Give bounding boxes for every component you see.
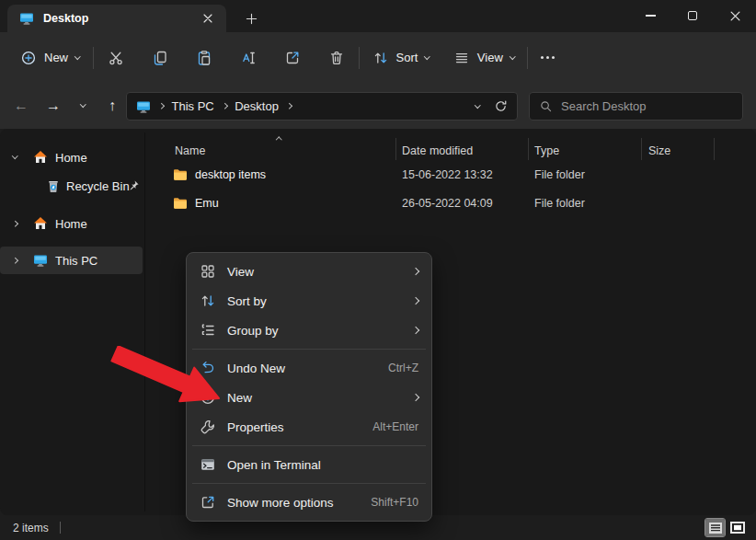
menu-item-view[interactable]: View xyxy=(187,257,431,286)
refresh-button[interactable] xyxy=(494,99,508,113)
delete-button[interactable] xyxy=(318,42,355,74)
back-button[interactable]: ← xyxy=(7,92,35,120)
maximize-button[interactable] xyxy=(671,0,714,31)
item-count: 2 items xyxy=(13,522,49,534)
trash-icon xyxy=(328,50,345,66)
status-divider xyxy=(60,522,61,534)
wrench-icon xyxy=(200,419,216,435)
file-row-emu[interactable]: Emu 26-05-2022 04:09 File folder xyxy=(143,190,756,218)
close-icon xyxy=(730,11,740,21)
home-icon xyxy=(33,216,48,231)
menu-separator xyxy=(192,483,426,484)
column-header-size[interactable]: Size xyxy=(648,144,670,157)
sidebar-item-home[interactable]: Home xyxy=(0,144,143,171)
tab-close-icon[interactable] xyxy=(197,8,219,29)
chevron-down-icon xyxy=(12,153,17,158)
sidebar-item-home-2[interactable]: Home xyxy=(0,210,143,237)
search-box[interactable] xyxy=(529,92,743,121)
red-annotation-arrow xyxy=(110,346,225,406)
search-icon xyxy=(539,99,553,113)
sort-button[interactable]: Sort xyxy=(363,42,439,74)
sort-ascending-icon xyxy=(276,137,281,143)
pin-icon xyxy=(127,179,140,192)
menu-item-label: Show more options xyxy=(227,496,371,510)
new-button[interactable]: New xyxy=(11,42,89,74)
submenu-chevron-icon xyxy=(413,269,418,274)
cut-button[interactable] xyxy=(97,42,134,74)
new-button-label: New xyxy=(44,51,68,64)
folder-icon xyxy=(173,167,188,186)
toolbar-divider xyxy=(93,47,94,69)
breadcrumb-this-pc[interactable]: This PC xyxy=(168,98,218,115)
file-date-modified: 15-06-2022 13:32 xyxy=(402,168,493,181)
desktop-monitor-icon xyxy=(19,11,34,26)
details-view-button[interactable] xyxy=(705,519,725,536)
sort-button-label: Sort xyxy=(396,51,418,64)
chevron-right-icon xyxy=(158,103,164,109)
paste-button[interactable] xyxy=(186,42,223,74)
menu-item-label: New xyxy=(227,391,413,405)
share-icon xyxy=(284,50,301,66)
titlebar: Desktop xyxy=(0,0,756,32)
menu-item-label: Properties xyxy=(227,420,372,434)
menu-item-open-in-terminal[interactable]: Open in Terminal xyxy=(187,450,431,479)
column-divider[interactable] xyxy=(528,138,529,160)
sidebar-item-label: This PC xyxy=(55,254,97,268)
menu-item-show-more-options[interactable]: Show more options Shift+F10 xyxy=(187,488,431,517)
recycle-bin-icon xyxy=(46,178,61,193)
rename-button[interactable] xyxy=(230,42,267,74)
copy-button[interactable] xyxy=(142,42,178,74)
tab-desktop[interactable]: Desktop xyxy=(7,5,226,32)
breadcrumb-desktop[interactable]: Desktop xyxy=(231,98,282,115)
sidebar-item-recycle-bin[interactable]: Recycle Bin xyxy=(0,172,143,200)
recent-locations-button[interactable] xyxy=(69,92,97,120)
chevron-down-icon xyxy=(74,53,80,59)
close-button[interactable] xyxy=(714,0,756,31)
see-more-button[interactable] xyxy=(532,42,563,74)
sidebar-item-this-pc[interactable]: This PC xyxy=(0,247,143,274)
menu-item-properties[interactable]: Properties Alt+Enter xyxy=(187,412,431,442)
column-header-date-modified[interactable]: Date modified xyxy=(402,144,473,157)
chevron-down-icon xyxy=(510,53,515,59)
file-explorer-window: Desktop New xyxy=(0,0,756,540)
up-button[interactable]: ↑ xyxy=(98,92,126,120)
show-more-options-icon xyxy=(200,494,216,511)
new-tab-button[interactable] xyxy=(239,7,263,29)
breadcrumb[interactable]: This PC Desktop xyxy=(126,92,518,121)
tab-title: Desktop xyxy=(43,12,197,25)
chevron-right-icon xyxy=(12,221,17,226)
details-view-icon xyxy=(709,523,722,534)
this-pc-monitor-icon xyxy=(33,253,48,268)
column-headers: Name Date modified Type Size xyxy=(143,136,756,158)
column-divider[interactable] xyxy=(395,138,396,160)
grid-view-icon xyxy=(200,263,216,280)
cut-icon xyxy=(108,50,124,66)
forward-arrow-icon: → xyxy=(46,98,61,114)
column-divider[interactable] xyxy=(641,138,642,160)
column-header-type[interactable]: Type xyxy=(534,144,559,157)
sort-icon xyxy=(372,50,389,66)
minimize-button[interactable] xyxy=(629,0,671,31)
forward-button[interactable]: → xyxy=(40,92,67,120)
column-divider[interactable] xyxy=(714,138,715,160)
chevron-right-icon xyxy=(222,103,227,109)
view-button[interactable]: View xyxy=(444,42,523,74)
search-input[interactable] xyxy=(561,99,727,113)
desktop-monitor-icon xyxy=(136,99,151,114)
menu-item-label: Undo New xyxy=(227,362,388,375)
chevron-right-icon xyxy=(12,258,17,263)
rename-icon xyxy=(240,50,257,66)
share-button[interactable] xyxy=(274,42,311,74)
address-dropdown-icon[interactable] xyxy=(475,102,480,108)
large-thumbnails-view-button[interactable] xyxy=(727,519,747,536)
column-header-name[interactable]: Name xyxy=(175,144,205,157)
menu-item-sort-by[interactable]: Sort by xyxy=(187,286,431,316)
menu-item-group-by[interactable]: Group by xyxy=(187,316,431,345)
submenu-chevron-icon xyxy=(413,395,418,400)
file-row-desktop-items[interactable]: desktop items 15-06-2022 13:32 File fold… xyxy=(143,161,756,190)
file-type: File folder xyxy=(534,197,585,210)
thumbnails-view-icon xyxy=(730,522,745,534)
chevron-right-icon xyxy=(286,103,292,109)
maximize-icon xyxy=(688,11,697,20)
file-date-modified: 26-05-2022 04:09 xyxy=(402,197,493,210)
